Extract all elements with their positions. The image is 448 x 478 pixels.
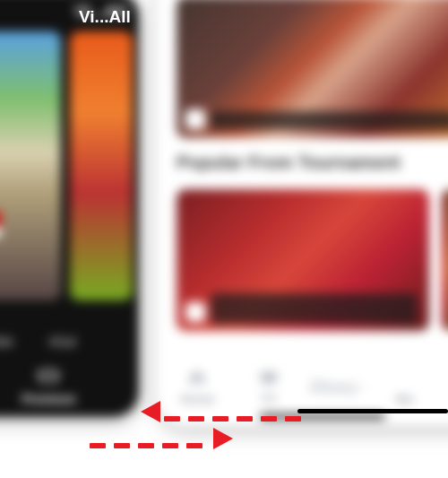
video-title-strip (211, 111, 448, 129)
poster-caption: Impossible (0, 335, 13, 349)
nav-home[interactable]: Home (180, 367, 215, 406)
home-indicator[interactable] (260, 414, 385, 419)
nav-tv[interactable]: TV (254, 367, 283, 406)
svg-rect-1 (265, 384, 271, 386)
swipe-dashes (90, 436, 211, 441)
poster-thumb[interactable] (70, 31, 133, 300)
nav-more[interactable]: Mo (391, 367, 419, 406)
home-icon (183, 367, 211, 388)
nav-label: Home (180, 392, 215, 406)
right-app-card: Popular From Tournament Home (157, 0, 448, 426)
left-header: Vi...All (0, 0, 139, 31)
section-title: Popular From Tournament (177, 152, 448, 173)
poster-captions: Impossible #Gal (0, 335, 132, 349)
arrow-right-icon (213, 428, 233, 449)
right-content: Popular From Tournament (157, 0, 448, 356)
poster-caption: #Gal (49, 335, 76, 349)
nav-label: Mo (396, 392, 414, 406)
more-icon (391, 367, 419, 388)
disney-plus-logo-icon: Disney+ (323, 376, 351, 397)
left-app-card: Vi...All Impossible #Gal orts Premium (0, 0, 139, 417)
video-thumb[interactable] (442, 189, 448, 331)
svg-rect-0 (261, 372, 277, 383)
view-all-link[interactable]: Vi...All (74, 2, 126, 22)
crown-icon (38, 365, 59, 389)
tv-icon (254, 367, 283, 388)
play-icon (185, 109, 205, 129)
nav-disney[interactable]: Disney+ (323, 376, 351, 397)
nav-premium[interactable]: Premium (22, 365, 75, 406)
nav-label: TV (261, 392, 277, 406)
left-posters (0, 31, 139, 354)
video-thumb[interactable] (177, 189, 429, 331)
video-title-strip (211, 293, 417, 324)
poster-thumb[interactable] (0, 31, 61, 300)
nav-label: Premium (22, 392, 75, 406)
video-thumb[interactable] (177, 0, 448, 138)
left-bottom-nav: orts Premium (0, 354, 139, 417)
play-icon (185, 302, 205, 322)
